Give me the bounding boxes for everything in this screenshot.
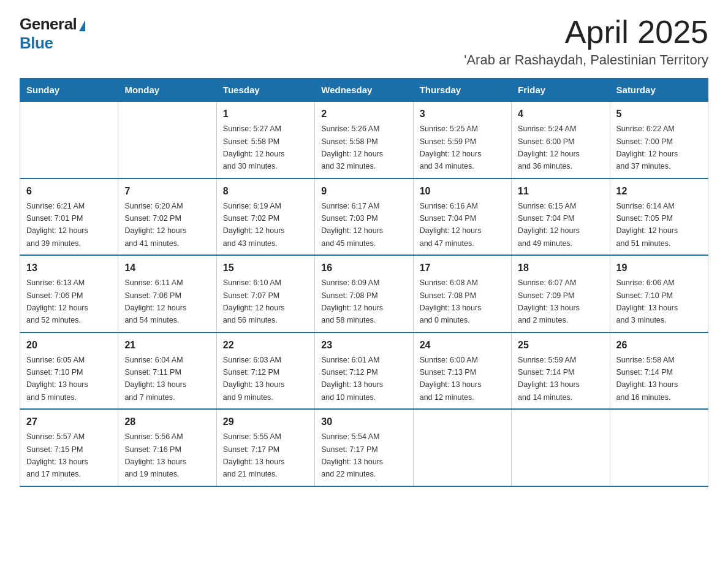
calendar-day-empty xyxy=(610,409,708,486)
calendar-week-row: 6Sunrise: 6:21 AMSunset: 7:01 PMDaylight… xyxy=(20,178,708,256)
calendar-day-11: 11Sunrise: 6:15 AMSunset: 7:04 PMDayligh… xyxy=(512,178,610,256)
day-number: 5 xyxy=(616,107,702,121)
calendar-day-empty xyxy=(512,409,610,486)
day-number: 13 xyxy=(26,261,112,275)
day-info: Sunrise: 6:22 AMSunset: 7:00 PMDaylight:… xyxy=(616,124,678,170)
day-info: Sunrise: 5:58 AMSunset: 7:14 PMDaylight:… xyxy=(616,356,678,402)
day-info: Sunrise: 6:07 AMSunset: 7:09 PMDaylight:… xyxy=(518,278,580,324)
calendar-day-28: 28Sunrise: 5:56 AMSunset: 7:16 PMDayligh… xyxy=(118,409,216,486)
calendar-day-1: 1Sunrise: 5:27 AMSunset: 5:58 PMDaylight… xyxy=(216,102,314,178)
calendar-week-row: 27Sunrise: 5:57 AMSunset: 7:15 PMDayligh… xyxy=(20,409,708,486)
calendar-day-26: 26Sunrise: 5:58 AMSunset: 7:14 PMDayligh… xyxy=(610,332,708,410)
calendar-day-21: 21Sunrise: 6:04 AMSunset: 7:11 PMDayligh… xyxy=(118,332,216,410)
day-info: Sunrise: 5:55 AMSunset: 7:17 PMDaylight:… xyxy=(223,432,285,478)
day-info: Sunrise: 6:01 AMSunset: 7:12 PMDaylight:… xyxy=(321,356,383,402)
calendar-day-23: 23Sunrise: 6:01 AMSunset: 7:12 PMDayligh… xyxy=(315,332,413,410)
day-header-friday: Friday xyxy=(512,79,610,102)
calendar-day-16: 16Sunrise: 6:09 AMSunset: 7:08 PMDayligh… xyxy=(315,255,413,332)
title-block: April 2025 'Arab ar Rashaydah, Palestini… xyxy=(464,15,708,68)
calendar-day-18: 18Sunrise: 6:07 AMSunset: 7:09 PMDayligh… xyxy=(512,255,610,332)
day-number: 1 xyxy=(223,107,308,121)
calendar-day-5: 5Sunrise: 6:22 AMSunset: 7:00 PMDaylight… xyxy=(610,102,708,178)
day-info: Sunrise: 6:03 AMSunset: 7:12 PMDaylight:… xyxy=(223,356,285,402)
day-number: 18 xyxy=(518,261,603,275)
calendar-day-13: 13Sunrise: 6:13 AMSunset: 7:06 PMDayligh… xyxy=(20,255,118,332)
calendar-table: SundayMondayTuesdayWednesdayThursdayFrid… xyxy=(20,78,708,487)
day-header-tuesday: Tuesday xyxy=(216,79,314,102)
day-info: Sunrise: 6:15 AMSunset: 7:04 PMDaylight:… xyxy=(518,202,580,248)
calendar-week-row: 1Sunrise: 5:27 AMSunset: 5:58 PMDaylight… xyxy=(20,102,708,178)
day-number: 17 xyxy=(420,261,505,275)
day-number: 27 xyxy=(26,415,112,429)
day-number: 28 xyxy=(124,415,210,429)
calendar-day-29: 29Sunrise: 5:55 AMSunset: 7:17 PMDayligh… xyxy=(216,409,314,486)
calendar-subtitle: 'Arab ar Rashaydah, Palestinian Territor… xyxy=(464,52,708,68)
day-number: 19 xyxy=(616,261,702,275)
day-number: 9 xyxy=(321,184,406,199)
day-number: 29 xyxy=(223,415,308,429)
day-info: Sunrise: 5:57 AMSunset: 7:15 PMDaylight:… xyxy=(26,432,88,478)
day-info: Sunrise: 6:16 AMSunset: 7:04 PMDaylight:… xyxy=(420,202,482,248)
day-info: Sunrise: 6:19 AMSunset: 7:02 PMDaylight:… xyxy=(223,202,285,248)
calendar-day-19: 19Sunrise: 6:06 AMSunset: 7:10 PMDayligh… xyxy=(610,255,708,332)
day-number: 10 xyxy=(420,184,505,199)
day-info: Sunrise: 6:17 AMSunset: 7:03 PMDaylight:… xyxy=(321,202,383,248)
calendar-day-2: 2Sunrise: 5:26 AMSunset: 5:58 PMDaylight… xyxy=(315,102,413,178)
logo-blue-text: Blue xyxy=(20,34,53,53)
day-number: 23 xyxy=(321,338,406,353)
day-info: Sunrise: 6:20 AMSunset: 7:02 PMDaylight:… xyxy=(124,202,186,248)
day-info: Sunrise: 6:06 AMSunset: 7:10 PMDaylight:… xyxy=(616,278,678,324)
header: General Blue April 2025 'Arab ar Rashayd… xyxy=(20,15,708,68)
day-info: Sunrise: 5:24 AMSunset: 6:00 PMDaylight:… xyxy=(518,124,580,170)
day-header-thursday: Thursday xyxy=(413,79,511,102)
calendar-day-6: 6Sunrise: 6:21 AMSunset: 7:01 PMDaylight… xyxy=(20,178,118,256)
day-info: Sunrise: 6:04 AMSunset: 7:11 PMDaylight:… xyxy=(124,356,186,402)
calendar-day-22: 22Sunrise: 6:03 AMSunset: 7:12 PMDayligh… xyxy=(216,332,314,410)
day-number: 2 xyxy=(321,107,406,121)
day-info: Sunrise: 6:00 AMSunset: 7:13 PMDaylight:… xyxy=(420,356,482,402)
day-number: 22 xyxy=(223,338,308,353)
day-info: Sunrise: 5:56 AMSunset: 7:16 PMDaylight:… xyxy=(124,432,186,478)
calendar-day-empty xyxy=(20,102,118,178)
day-info: Sunrise: 5:27 AMSunset: 5:58 PMDaylight:… xyxy=(223,124,285,170)
calendar-day-14: 14Sunrise: 6:11 AMSunset: 7:06 PMDayligh… xyxy=(118,255,216,332)
day-number: 3 xyxy=(420,107,505,121)
calendar-day-empty xyxy=(413,409,511,486)
day-info: Sunrise: 6:09 AMSunset: 7:08 PMDaylight:… xyxy=(321,278,383,324)
day-info: Sunrise: 5:59 AMSunset: 7:14 PMDaylight:… xyxy=(518,356,580,402)
calendar-week-row: 13Sunrise: 6:13 AMSunset: 7:06 PMDayligh… xyxy=(20,255,708,332)
calendar-day-27: 27Sunrise: 5:57 AMSunset: 7:15 PMDayligh… xyxy=(20,409,118,486)
logo-general-text: General xyxy=(20,15,77,34)
calendar-day-20: 20Sunrise: 6:05 AMSunset: 7:10 PMDayligh… xyxy=(20,332,118,410)
day-number: 24 xyxy=(420,338,505,353)
day-info: Sunrise: 6:14 AMSunset: 7:05 PMDaylight:… xyxy=(616,202,678,248)
calendar-day-25: 25Sunrise: 5:59 AMSunset: 7:14 PMDayligh… xyxy=(512,332,610,410)
calendar-day-10: 10Sunrise: 6:16 AMSunset: 7:04 PMDayligh… xyxy=(413,178,511,256)
day-info: Sunrise: 6:21 AMSunset: 7:01 PMDaylight:… xyxy=(26,202,88,248)
calendar-day-24: 24Sunrise: 6:00 AMSunset: 7:13 PMDayligh… xyxy=(413,332,511,410)
calendar-day-3: 3Sunrise: 5:25 AMSunset: 5:59 PMDaylight… xyxy=(413,102,511,178)
calendar-day-7: 7Sunrise: 6:20 AMSunset: 7:02 PMDaylight… xyxy=(118,178,216,256)
day-number: 14 xyxy=(124,261,210,275)
day-info: Sunrise: 6:13 AMSunset: 7:06 PMDaylight:… xyxy=(26,278,88,324)
calendar-header-row: SundayMondayTuesdayWednesdayThursdayFrid… xyxy=(20,79,708,102)
logo: General Blue xyxy=(20,15,85,53)
day-number: 7 xyxy=(124,184,210,199)
day-info: Sunrise: 6:10 AMSunset: 7:07 PMDaylight:… xyxy=(223,278,285,324)
calendar-day-4: 4Sunrise: 5:24 AMSunset: 6:00 PMDaylight… xyxy=(512,102,610,178)
day-header-monday: Monday xyxy=(118,79,216,102)
calendar-week-row: 20Sunrise: 6:05 AMSunset: 7:10 PMDayligh… xyxy=(20,332,708,410)
calendar-day-15: 15Sunrise: 6:10 AMSunset: 7:07 PMDayligh… xyxy=(216,255,314,332)
calendar-day-8: 8Sunrise: 6:19 AMSunset: 7:02 PMDaylight… xyxy=(216,178,314,256)
day-number: 21 xyxy=(124,338,210,353)
calendar-day-17: 17Sunrise: 6:08 AMSunset: 7:08 PMDayligh… xyxy=(413,255,511,332)
calendar-day-9: 9Sunrise: 6:17 AMSunset: 7:03 PMDaylight… xyxy=(315,178,413,256)
day-number: 6 xyxy=(26,184,112,199)
day-number: 11 xyxy=(518,184,603,199)
day-info: Sunrise: 5:25 AMSunset: 5:59 PMDaylight:… xyxy=(420,124,482,170)
day-header-sunday: Sunday xyxy=(20,79,118,102)
day-info: Sunrise: 6:11 AMSunset: 7:06 PMDaylight:… xyxy=(124,278,186,324)
calendar-title: April 2025 xyxy=(464,15,708,50)
day-header-wednesday: Wednesday xyxy=(315,79,413,102)
calendar-day-30: 30Sunrise: 5:54 AMSunset: 7:17 PMDayligh… xyxy=(315,409,413,486)
